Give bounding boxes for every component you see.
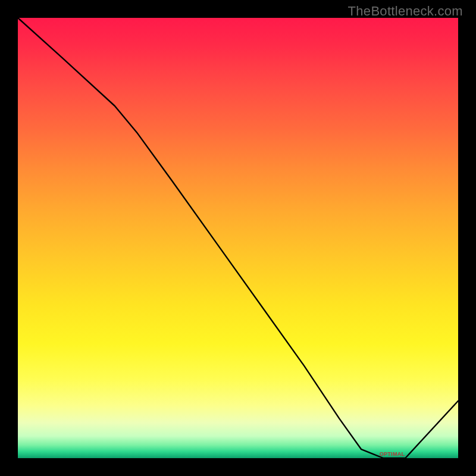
watermark-text: TheBottleneck.com (348, 4, 463, 19)
curve-layer (18, 18, 458, 458)
flat-region-label: OPTIMAL (380, 451, 405, 457)
main-curve (18, 18, 458, 458)
chart-frame: TheBottleneck.com OPTIMAL (0, 0, 476, 476)
plot-area: OPTIMAL (18, 18, 458, 458)
